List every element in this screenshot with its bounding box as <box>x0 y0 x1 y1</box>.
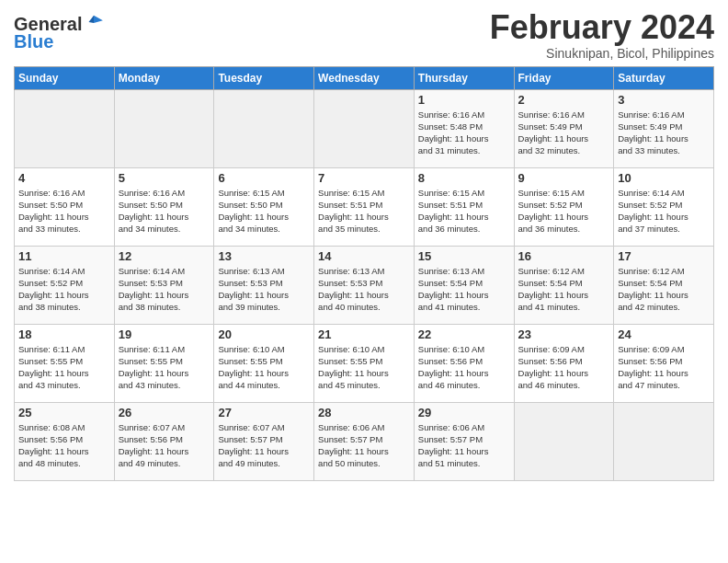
day-info: Sunrise: 6:12 AM Sunset: 5:54 PM Dayligh… <box>518 265 610 314</box>
day-info: Sunrise: 6:10 AM Sunset: 5:56 PM Dayligh… <box>418 343 510 392</box>
calendar-day-cell: 16Sunrise: 6:12 AM Sunset: 5:54 PM Dayli… <box>514 246 614 324</box>
day-info: Sunrise: 6:14 AM Sunset: 5:52 PM Dayligh… <box>618 187 710 236</box>
day-info: Sunrise: 6:16 AM Sunset: 5:50 PM Dayligh… <box>119 187 210 236</box>
calendar-day-cell <box>514 402 614 480</box>
day-info: Sunrise: 6:15 AM Sunset: 5:51 PM Dayligh… <box>418 187 510 236</box>
weekday-header-monday: Monday <box>114 66 214 89</box>
day-number: 11 <box>18 249 110 263</box>
day-info: Sunrise: 6:09 AM Sunset: 5:56 PM Dayligh… <box>518 343 610 392</box>
day-info: Sunrise: 6:13 AM Sunset: 5:54 PM Dayligh… <box>418 265 510 314</box>
day-number: 8 <box>418 171 510 185</box>
calendar-day-cell: 26Sunrise: 6:07 AM Sunset: 5:56 PM Dayli… <box>114 402 214 480</box>
calendar-day-cell: 27Sunrise: 6:07 AM Sunset: 5:57 PM Dayli… <box>214 402 314 480</box>
day-number: 26 <box>119 406 210 419</box>
day-number: 18 <box>18 327 110 341</box>
calendar-day-cell: 20Sunrise: 6:10 AM Sunset: 5:55 PM Dayli… <box>214 324 314 402</box>
calendar-day-cell: 3Sunrise: 6:16 AM Sunset: 5:49 PM Daylig… <box>614 89 714 167</box>
calendar-title: February 2024 <box>490 9 714 46</box>
calendar-day-cell: 28Sunrise: 6:06 AM Sunset: 5:57 PM Dayli… <box>314 402 415 480</box>
calendar-day-cell: 29Sunrise: 6:06 AM Sunset: 5:57 PM Dayli… <box>414 402 514 480</box>
calendar-day-cell: 22Sunrise: 6:10 AM Sunset: 5:56 PM Dayli… <box>414 324 514 402</box>
calendar-week-row: 25Sunrise: 6:08 AM Sunset: 5:56 PM Dayli… <box>15 402 714 480</box>
day-number: 20 <box>218 327 310 341</box>
day-info: Sunrise: 6:12 AM Sunset: 5:54 PM Dayligh… <box>618 265 710 314</box>
day-info: Sunrise: 6:16 AM Sunset: 5:49 PM Dayligh… <box>518 109 610 157</box>
calendar-day-cell: 6Sunrise: 6:15 AM Sunset: 5:50 PM Daylig… <box>214 167 314 246</box>
day-number: 29 <box>418 406 510 419</box>
day-info: Sunrise: 6:07 AM Sunset: 5:57 PM Dayligh… <box>218 421 310 470</box>
day-info: Sunrise: 6:15 AM Sunset: 5:50 PM Dayligh… <box>218 187 310 236</box>
calendar-day-cell: 14Sunrise: 6:13 AM Sunset: 5:53 PM Dayli… <box>314 246 415 324</box>
weekday-header-thursday: Thursday <box>414 66 514 89</box>
logo-bird-icon <box>84 13 104 33</box>
day-info: Sunrise: 6:13 AM Sunset: 5:53 PM Dayligh… <box>218 265 310 314</box>
day-info: Sunrise: 6:14 AM Sunset: 5:52 PM Dayligh… <box>18 265 110 314</box>
day-info: Sunrise: 6:08 AM Sunset: 5:56 PM Dayligh… <box>18 421 110 470</box>
svg-marker-0 <box>94 15 103 22</box>
calendar-day-cell: 2Sunrise: 6:16 AM Sunset: 5:49 PM Daylig… <box>514 89 614 167</box>
weekday-header-sunday: Sunday <box>15 66 115 89</box>
calendar-day-cell: 7Sunrise: 6:15 AM Sunset: 5:51 PM Daylig… <box>314 167 415 246</box>
day-info: Sunrise: 6:09 AM Sunset: 5:56 PM Dayligh… <box>618 343 710 392</box>
day-number: 6 <box>218 171 310 185</box>
calendar-day-cell: 13Sunrise: 6:13 AM Sunset: 5:53 PM Dayli… <box>214 246 314 324</box>
day-info: Sunrise: 6:06 AM Sunset: 5:57 PM Dayligh… <box>318 421 410 470</box>
day-info: Sunrise: 6:11 AM Sunset: 5:55 PM Dayligh… <box>119 343 210 392</box>
day-info: Sunrise: 6:11 AM Sunset: 5:55 PM Dayligh… <box>18 343 110 392</box>
day-info: Sunrise: 6:16 AM Sunset: 5:50 PM Dayligh… <box>18 187 110 236</box>
day-info: Sunrise: 6:06 AM Sunset: 5:57 PM Dayligh… <box>418 421 510 470</box>
day-number: 17 <box>618 249 710 263</box>
day-number: 25 <box>18 406 110 419</box>
day-number: 12 <box>119 249 210 263</box>
calendar-day-cell: 19Sunrise: 6:11 AM Sunset: 5:55 PM Dayli… <box>114 324 214 402</box>
day-number: 9 <box>518 171 610 185</box>
calendar-day-cell: 24Sunrise: 6:09 AM Sunset: 5:56 PM Dayli… <box>614 324 714 402</box>
day-number: 14 <box>318 249 410 263</box>
day-number: 15 <box>418 249 510 263</box>
calendar-day-cell: 9Sunrise: 6:15 AM Sunset: 5:52 PM Daylig… <box>514 167 614 246</box>
day-number: 22 <box>418 327 510 341</box>
day-info: Sunrise: 6:10 AM Sunset: 5:55 PM Dayligh… <box>218 343 310 392</box>
day-number: 27 <box>218 406 310 419</box>
day-info: Sunrise: 6:16 AM Sunset: 5:49 PM Dayligh… <box>618 109 710 157</box>
page-header: General Blue February 2024 Sinuknipan, B… <box>14 9 714 61</box>
calendar-day-cell <box>15 89 115 167</box>
weekday-header-row: SundayMondayTuesdayWednesdayThursdayFrid… <box>15 66 714 89</box>
calendar-day-cell <box>114 89 214 167</box>
day-info: Sunrise: 6:10 AM Sunset: 5:55 PM Dayligh… <box>318 343 410 392</box>
calendar-day-cell: 25Sunrise: 6:08 AM Sunset: 5:56 PM Dayli… <box>15 402 115 480</box>
calendar-day-cell: 15Sunrise: 6:13 AM Sunset: 5:54 PM Dayli… <box>414 246 514 324</box>
calendar-week-row: 4Sunrise: 6:16 AM Sunset: 5:50 PM Daylig… <box>15 167 714 246</box>
day-number: 10 <box>618 171 710 185</box>
day-number: 16 <box>518 249 610 263</box>
day-number: 28 <box>318 406 410 419</box>
calendar-day-cell <box>614 402 714 480</box>
day-info: Sunrise: 6:16 AM Sunset: 5:48 PM Dayligh… <box>418 109 510 157</box>
calendar-day-cell: 1Sunrise: 6:16 AM Sunset: 5:48 PM Daylig… <box>414 89 514 167</box>
calendar-day-cell: 10Sunrise: 6:14 AM Sunset: 5:52 PM Dayli… <box>614 167 714 246</box>
day-number: 3 <box>618 93 710 107</box>
day-info: Sunrise: 6:07 AM Sunset: 5:56 PM Dayligh… <box>119 421 210 470</box>
day-info: Sunrise: 6:15 AM Sunset: 5:52 PM Dayligh… <box>518 187 610 236</box>
calendar-week-row: 11Sunrise: 6:14 AM Sunset: 5:52 PM Dayli… <box>15 246 714 324</box>
calendar-table: SundayMondayTuesdayWednesdayThursdayFrid… <box>14 66 714 481</box>
calendar-subtitle: Sinuknipan, Bicol, Philippines <box>490 46 714 61</box>
day-number: 7 <box>318 171 410 185</box>
calendar-day-cell <box>214 89 314 167</box>
day-info: Sunrise: 6:14 AM Sunset: 5:53 PM Dayligh… <box>119 265 210 314</box>
calendar-day-cell: 12Sunrise: 6:14 AM Sunset: 5:53 PM Dayli… <box>114 246 214 324</box>
calendar-day-cell: 4Sunrise: 6:16 AM Sunset: 5:50 PM Daylig… <box>15 167 115 246</box>
logo: General Blue <box>14 9 104 52</box>
weekday-header-friday: Friday <box>514 66 614 89</box>
calendar-day-cell: 18Sunrise: 6:11 AM Sunset: 5:55 PM Dayli… <box>15 324 115 402</box>
calendar-day-cell: 21Sunrise: 6:10 AM Sunset: 5:55 PM Dayli… <box>314 324 415 402</box>
weekday-header-tuesday: Tuesday <box>214 66 314 89</box>
day-number: 19 <box>119 327 210 341</box>
day-info: Sunrise: 6:15 AM Sunset: 5:51 PM Dayligh… <box>318 187 410 236</box>
day-number: 24 <box>618 327 710 341</box>
title-section: February 2024 Sinuknipan, Bicol, Philipp… <box>490 9 714 61</box>
day-number: 21 <box>318 327 410 341</box>
day-number: 4 <box>18 171 110 185</box>
calendar-day-cell: 5Sunrise: 6:16 AM Sunset: 5:50 PM Daylig… <box>114 167 214 246</box>
weekday-header-saturday: Saturday <box>614 66 714 89</box>
